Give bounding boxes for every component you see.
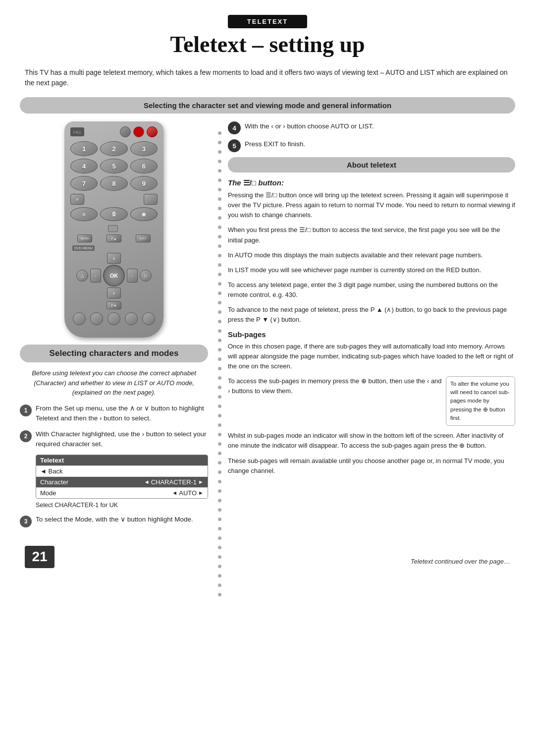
remote-bottom-buttons — [70, 312, 158, 325]
remote-dvdmenu-btn: DVD MENU — [72, 245, 95, 251]
step2-content: With Character highlighted, use the › bu… — [36, 429, 208, 509]
sub-pages-row: To alter the volume you will need to can… — [228, 376, 515, 426]
dot36 — [218, 461, 221, 465]
step5-item: 5 Press EXIT to finish. — [228, 139, 515, 152]
dot10 — [218, 216, 221, 220]
dot49 — [218, 583, 221, 587]
dot43 — [218, 527, 221, 530]
dot27 — [218, 376, 221, 380]
left-column: CALL 1 2 3 4 5 6 — [20, 121, 213, 533]
the-button-title: The ☰/□ button: — [228, 178, 515, 187]
dot32 — [218, 423, 221, 427]
num-btn-3: 3 — [130, 141, 158, 156]
num-btn-1: 1 — [70, 141, 98, 156]
dot1 — [218, 131, 221, 135]
remote-exit-btn: EXIT — [136, 234, 151, 242]
remote-menu-btn: MENU — [77, 234, 92, 242]
page-number: 21 — [25, 546, 54, 568]
dot33 — [218, 433, 221, 436]
step2-item: 2 With Character highlighted, use the › … — [20, 429, 208, 509]
dot7 — [218, 188, 221, 191]
dot26 — [218, 367, 221, 370]
remote-power-button — [147, 126, 158, 137]
dot50 — [218, 593, 221, 596]
remote-pdown-btn: P▼ — [107, 301, 121, 309]
remote-icon-btn1 — [120, 126, 131, 137]
dot3 — [218, 150, 221, 154]
access-para: To access any teletext page, enter the 3… — [228, 280, 515, 300]
num-btn-7: 7 — [70, 176, 98, 191]
remote-wrapper: CALL 1 2 3 4 5 6 — [20, 121, 208, 338]
remote-bottom-btn4 — [125, 312, 138, 325]
step1-circle: 1 — [20, 405, 32, 416]
teletext-badge: TELETEXT — [228, 15, 307, 28]
auto-mode-para: In AUTO mode this displays the main subj… — [228, 250, 515, 260]
remote-icon-btn2 — [133, 126, 144, 137]
step3-text: To select the Mode, with the ∨ button hi… — [36, 515, 193, 524]
remote-pup-btn: P▲ — [107, 234, 121, 242]
dot18 — [218, 291, 221, 295]
remote-source-btn: ⊕ — [130, 207, 158, 221]
step3-item: 3 To select the Mode, with the ∨ button … — [20, 515, 208, 527]
dpad-up: ∧ — [107, 253, 121, 264]
dot8 — [218, 197, 221, 201]
dot19 — [218, 301, 221, 304]
step1-text: From the Set up menu, use the ∧ or ∨ but… — [36, 404, 208, 424]
section1-header: Selecting the character set and viewing … — [20, 97, 515, 114]
dot12 — [218, 235, 221, 238]
dpad-vol-left: △ — [76, 270, 88, 282]
remote-bottom-btn1 — [73, 312, 86, 325]
dot11 — [218, 226, 221, 229]
step5-text: Press EXIT to finish. — [245, 139, 305, 149]
dpad-vol-right: ▷ — [140, 270, 152, 282]
num-btn-2: 2 — [100, 141, 127, 156]
remote-bottom-btn3 — [107, 312, 120, 325]
select-note: Select CHARACTER-1 for UK — [36, 502, 208, 509]
dot22 — [218, 329, 221, 333]
dpad-ok: OK — [103, 265, 125, 287]
right-column: 4 With the ‹ or › button choose AUTO or … — [213, 121, 515, 533]
dot31 — [218, 414, 221, 417]
remote-bottom-btn5 — [142, 312, 155, 325]
step4-item: 4 With the ‹ or › button choose AUTO or … — [228, 121, 515, 134]
dot29 — [218, 395, 221, 399]
dot34 — [218, 442, 221, 446]
remote-bottom-btn2 — [90, 312, 103, 325]
page-title: Teletext – setting up — [0, 31, 535, 58]
remote-rec-btn — [108, 225, 118, 232]
dot20 — [218, 310, 221, 314]
dot4 — [218, 160, 221, 163]
sub-pages-para1: Once in this chosen page, if there are s… — [228, 342, 515, 371]
italic-note: Before using teletext you can choose the… — [20, 368, 208, 398]
dot23 — [218, 339, 221, 342]
dot25 — [218, 357, 221, 361]
step2-text: With Character highlighted, use the › bu… — [36, 429, 208, 450]
teletext-menu-title: Teletext — [36, 455, 208, 465]
teletext-menu-mode: Mode ◄ AUTO ► — [36, 487, 208, 498]
dot30 — [218, 405, 221, 408]
advance-para: To advance to the next page of teletext,… — [228, 305, 515, 325]
about-header: About teletext — [228, 157, 515, 173]
dot17 — [218, 282, 221, 286]
dot24 — [218, 348, 221, 351]
teletext-menu: Teletext ◄ Back Character ◄ CHARACTER-1 … — [36, 455, 208, 499]
dot35 — [218, 452, 221, 455]
dot15 — [218, 263, 221, 267]
tooltip-box: To alter the volume you will need to can… — [446, 376, 515, 426]
remote-special-btn2 — [144, 194, 158, 205]
number-grid: 1 2 3 4 5 6 7 8 9 — [70, 141, 158, 191]
step1-item: 1 From the Set up menu, use the ∧ or ∨ b… — [20, 404, 208, 424]
dot39 — [218, 489, 221, 493]
remote-call-button: CALL — [70, 127, 84, 136]
num-btn-0: 0 — [100, 207, 127, 221]
dot28 — [218, 386, 221, 389]
mode-value: ◄ AUTO ► — [172, 489, 204, 497]
intro-paragraph: This TV has a multi page teletext memory… — [25, 67, 510, 88]
selecting-header: Selecting characters and modes — [20, 345, 208, 362]
remote-control: CALL 1 2 3 4 5 6 — [64, 121, 163, 338]
num-btn-8: 8 — [100, 176, 127, 191]
teletext-menu-character: Character ◄ CHARACTER-1 ► — [36, 476, 208, 487]
step2-circle: 2 — [20, 430, 32, 442]
remote-special-btn1: ≡ — [70, 194, 84, 205]
remote-list-btn: ≡ — [70, 207, 98, 221]
